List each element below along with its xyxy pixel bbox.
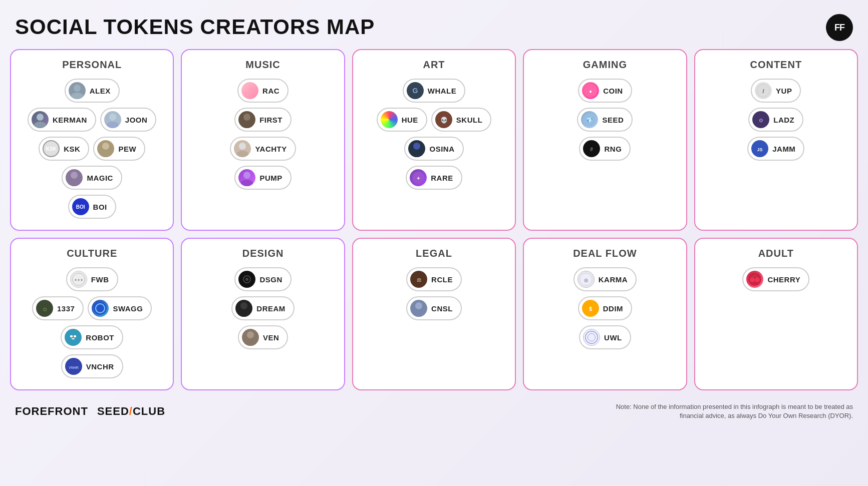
svg-point-13 <box>239 143 246 150</box>
personal-items: ALEX KERMAN JOON <box>18 79 166 219</box>
card-title-personal: PERSONAL <box>18 59 166 71</box>
avatar-rac <box>241 82 258 99</box>
svg-point-67 <box>750 277 755 282</box>
svg-text:💀: 💀 <box>440 116 447 124</box>
svg-text:⬡: ⬡ <box>43 307 47 312</box>
label-whale: WHALE <box>428 87 457 95</box>
card-art: ART G WHALE HUE 💀 <box>352 49 516 231</box>
label-karma: KARMA <box>599 275 628 284</box>
token-first: FIRST <box>234 108 292 132</box>
label-cnsl: CNSL <box>431 304 453 313</box>
label-boi: BOI <box>93 203 107 211</box>
svg-text:💎: 💎 <box>586 117 593 124</box>
card-title-dealflow: DEAL FLOW <box>531 248 679 259</box>
svg-point-10 <box>243 84 257 98</box>
card-title-gaming: GAMING <box>531 59 679 71</box>
token-cnsl: CNSL <box>406 296 462 320</box>
svg-point-52 <box>240 302 247 309</box>
avatar-cnsl <box>410 300 427 317</box>
svg-point-51 <box>245 278 248 281</box>
label-first: FIRST <box>259 116 282 124</box>
svg-rect-46 <box>72 338 75 339</box>
token-rng: # RNG <box>579 137 631 161</box>
ff-logo: FF <box>826 14 853 41</box>
label-swagg: SWAGG <box>113 304 143 313</box>
svg-point-8 <box>71 172 78 179</box>
svg-rect-43 <box>68 333 78 341</box>
token-dsgn: DSGN <box>234 267 291 291</box>
label-kerman: KERMAN <box>53 116 87 124</box>
avatar-boi: BOI <box>72 198 89 215</box>
adult-items: CHERRY <box>702 267 850 291</box>
label-coin: COIN <box>603 87 623 95</box>
token-ksk: KSK KSK <box>39 137 89 161</box>
label-dsgn: DSGN <box>259 275 282 284</box>
token-swagg: SWAGG <box>88 296 152 320</box>
svg-point-12 <box>241 122 253 128</box>
avatar-yachty <box>234 140 251 157</box>
token-rac: RAC <box>237 79 288 103</box>
culture-items: ✦✦✦ FWB ⬡ 1337 SWAGG <box>18 267 166 378</box>
avatar-pew <box>97 140 114 157</box>
token-robot: ROBOT <box>61 325 123 349</box>
avatar-alex <box>69 82 86 99</box>
brand-forefront: FOREFRONT <box>15 405 88 418</box>
card-title-music: MUSIC <box>189 59 337 71</box>
label-rng: RNG <box>604 145 622 153</box>
avatar-ddim: $ <box>582 300 599 317</box>
token-1337: ⬡ 1337 <box>32 296 84 320</box>
label-rare: RARE <box>431 174 453 182</box>
label-pump: PUMP <box>259 174 282 182</box>
card-title-content: CONTENT <box>702 59 850 71</box>
svg-text:JS: JS <box>757 147 763 152</box>
avatar-uwl <box>583 329 600 346</box>
svg-text:♦: ♦ <box>590 89 592 94</box>
card-title-culture: CULTURE <box>18 248 166 259</box>
label-rcle: RCLE <box>431 275 453 284</box>
svg-point-22 <box>411 151 423 157</box>
svg-text:✦: ✦ <box>416 176 421 181</box>
svg-text:G: G <box>412 87 418 95</box>
label-rac: RAC <box>262 87 279 95</box>
label-alex: ALEX <box>90 87 111 95</box>
art-items: G WHALE HUE 💀 SKULL <box>360 79 508 190</box>
brand2-slash: / <box>129 405 133 417</box>
label-ddim: DDIM <box>603 304 623 313</box>
svg-point-15 <box>243 172 250 179</box>
card-design: DESIGN DSGN DREAM <box>181 238 345 390</box>
token-vnchr: VNHR VNCHR <box>61 354 123 378</box>
footer: FOREFRONT SEED/CLUB Note: None of the in… <box>10 398 858 420</box>
avatar-seed: 💎 <box>581 111 598 128</box>
avatar-pump <box>238 169 255 186</box>
svg-point-0 <box>74 85 81 92</box>
avatar-skull: 💀 <box>435 111 452 128</box>
svg-point-58 <box>415 302 422 309</box>
avatar-hue <box>381 111 398 128</box>
token-cherry: CHERRY <box>742 267 809 291</box>
label-ksk: KSK <box>64 145 80 153</box>
category-grid: PERSONAL ALEX KERMAN <box>10 49 858 390</box>
footer-brands: FOREFRONT SEED/CLUB <box>15 405 165 418</box>
avatar-coin: ♦ <box>582 82 599 99</box>
svg-point-1 <box>71 93 83 99</box>
svg-point-16 <box>241 180 253 186</box>
avatar-rng: # <box>583 140 600 157</box>
token-whale: G WHALE <box>403 79 466 103</box>
token-coin: ♦ COIN <box>578 79 632 103</box>
svg-text:VNHR: VNHR <box>69 366 79 369</box>
design-items: DSGN DREAM VEN <box>189 267 337 349</box>
legal-items: ⚖ RCLE CNSL <box>360 267 508 320</box>
svg-text:⚖: ⚖ <box>417 277 421 283</box>
brand2-pre: SEED <box>97 405 129 417</box>
avatar-magic <box>66 169 83 186</box>
card-adult: ADULT CHERRY <box>694 238 858 390</box>
svg-point-14 <box>236 151 248 157</box>
token-rare: ✦ RARE <box>406 166 462 190</box>
brand-seedclub: SEED/CLUB <box>97 405 165 418</box>
brand2-post: CLUB <box>133 405 165 417</box>
avatar-rcle: ⚖ <box>410 271 427 288</box>
label-yup: YUP <box>776 87 792 95</box>
token-dream: DREAM <box>231 296 295 320</box>
avatar-karma: ◎ <box>577 271 595 288</box>
avatar-yup: / <box>755 82 772 99</box>
